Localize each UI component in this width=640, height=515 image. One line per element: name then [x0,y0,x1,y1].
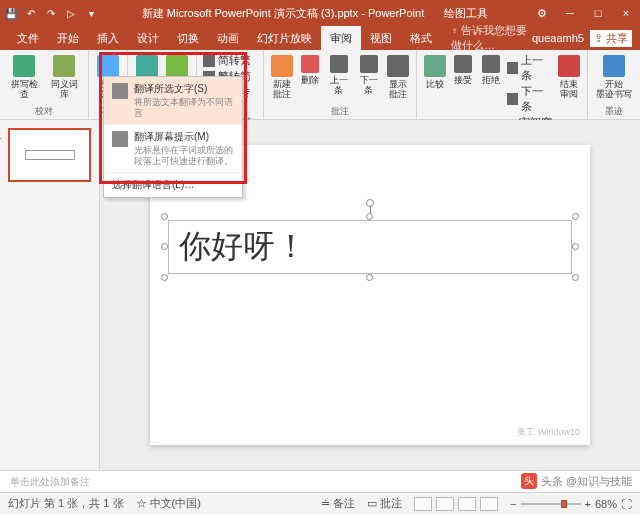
reading-view-icon[interactable] [458,497,476,511]
resize-handle-bl[interactable] [161,274,168,281]
slide-counter: 幻灯片 第 1 张，共 1 张 [8,496,124,511]
tab-format[interactable]: 格式 [401,26,441,50]
save-icon[interactable]: 💾 [4,6,18,20]
resize-handle-tr[interactable] [572,213,579,220]
text-content[interactable]: 你好呀！ [169,221,571,273]
tab-animations[interactable]: 动画 [208,26,248,50]
slide-watermark: 美工 Window10 [517,426,580,439]
share-button[interactable]: ⇪ 共享 [590,30,632,47]
maximize-icon[interactable]: □ [588,7,608,20]
image-watermark: 头 头条 @知识与技能 [521,473,632,489]
comments-toggle[interactable]: ▭ 批注 [367,496,402,511]
new-comment-button[interactable]: 新建 批注 [270,53,294,101]
tab-transitions[interactable]: 切换 [168,26,208,50]
reject-button[interactable]: 拒绝 [479,53,503,87]
zoom-control[interactable]: −+ 68% ⛶ [510,498,632,510]
workspace: 1 你好呀！ 美工 Window10 [0,120,640,470]
resize-handle-b[interactable] [366,274,373,281]
minimize-icon[interactable]: ─ [560,7,580,20]
translate-selected-text-item[interactable]: 翻译所选文字(S)将所选文本翻译为不同语言 [104,77,242,125]
tell-me-input[interactable]: ♀ 告诉我您想要做什么… [441,23,532,53]
delete-comment-button[interactable]: 删除 [298,53,322,87]
simp-to-trad-button[interactable]: 简转繁 [203,53,256,68]
tab-review[interactable]: 审阅 [321,26,361,50]
ribbon-options-icon[interactable]: ⚙ [532,7,552,20]
group-proofing: 拼写检查 同义词库 校对 [0,50,89,119]
next-comment-button[interactable]: 下一条 [356,53,382,97]
end-review-button[interactable]: 结束 审阅 [557,53,581,101]
tab-slideshow[interactable]: 幻灯片放映 [248,26,321,50]
quick-access-toolbar: 💾 ↶ ↷ ▷ ▾ [4,6,98,20]
tab-insert[interactable]: 插入 [88,26,128,50]
tab-design[interactable]: 设计 [128,26,168,50]
slideshow-view-icon[interactable] [480,497,498,511]
group-compare: 比较 接受 拒绝 上一条 下一条 审阅窗格 结束 审阅 比较 [417,50,588,119]
watermark-logo-icon: 头 [521,473,537,489]
normal-view-icon[interactable] [414,497,432,511]
status-bar: 幻灯片 第 1 张，共 1 张 ☆ 中文(中国) ≐ 备注 ▭ 批注 −+ 68… [0,492,640,514]
zoom-level[interactable]: 68% [595,498,617,510]
resize-handle-tl[interactable] [161,213,168,220]
compare-prev-button[interactable]: 上一条 [507,53,553,83]
language-indicator[interactable]: ☆ 中文(中国) [136,496,201,511]
undo-icon[interactable]: ↶ [24,6,38,20]
resize-handle-l[interactable] [161,243,168,250]
fit-window-icon[interactable]: ⛶ [621,498,632,510]
start-ink-button[interactable]: 开始 墨迹书写 [594,53,634,101]
document-title: 新建 Microsoft PowerPoint 演示文稿 (3).pptx - … [142,6,424,21]
user-name[interactable]: queaamh5 [532,32,584,44]
accept-button[interactable]: 接受 [451,53,475,87]
sorter-view-icon[interactable] [436,497,454,511]
close-icon[interactable]: × [616,7,636,20]
choose-translation-language-item[interactable]: 选择翻译语言(L)… [104,173,242,197]
slide-thumbnail-1[interactable] [8,128,91,182]
translate-tip-icon [112,131,128,147]
slide-thumbnails-panel[interactable]: 1 [0,120,100,470]
tab-file[interactable]: 文件 [8,26,48,50]
translate-text-icon [112,83,128,99]
translate-dropdown: 翻译所选文字(S)将所选文本翻译为不同语言 翻译屏幕提示(M)光标悬停在字词或所… [103,76,243,198]
compare-next-button[interactable]: 下一条 [507,84,553,114]
text-box[interactable]: 你好呀！ [168,220,572,274]
thesaurus-button[interactable]: 同义词库 [46,53,82,101]
thumbnail-number: 1 [0,130,2,141]
ribbon: 拼写检查 同义词库 校对 智能 查找 见解 翻译 语言 语言 简转繁 繁转简 简… [0,50,640,120]
resize-handle-br[interactable] [572,274,579,281]
contextual-tools-label: 绘图工具 [444,6,488,21]
title-bar: 💾 ↶ ↷ ▷ ▾ 新建 Microsoft PowerPoint 演示文稿 (… [0,0,640,26]
prev-comment-button[interactable]: 上一条 [326,53,352,97]
group-comments: 新建 批注 删除 上一条 下一条 显示 批注 批注 [264,50,417,119]
redo-icon[interactable]: ↷ [44,6,58,20]
tab-view[interactable]: 视图 [361,26,401,50]
show-comments-button[interactable]: 显示 批注 [386,53,410,101]
ribbon-tabs: 文件 开始 插入 设计 切换 动画 幻灯片放映 审阅 视图 格式 ♀ 告诉我您想… [0,26,640,50]
notes-toggle[interactable]: ≐ 备注 [321,496,355,511]
qat-more-icon[interactable]: ▾ [84,6,98,20]
compare-button[interactable]: 比较 [423,53,447,91]
view-buttons [414,497,498,511]
spellcheck-button[interactable]: 拼写检查 [6,53,42,101]
rotate-handle[interactable] [366,199,374,207]
tab-home[interactable]: 开始 [48,26,88,50]
translate-screen-tip-item[interactable]: 翻译屏幕提示(M)光标悬停在字词或所选的段落上可快速进行翻译。 [104,125,242,173]
start-slideshow-icon[interactable]: ▷ [64,6,78,20]
group-ink: 开始 墨迹书写 墨迹 [588,50,640,119]
resize-handle-r[interactable] [572,243,579,250]
